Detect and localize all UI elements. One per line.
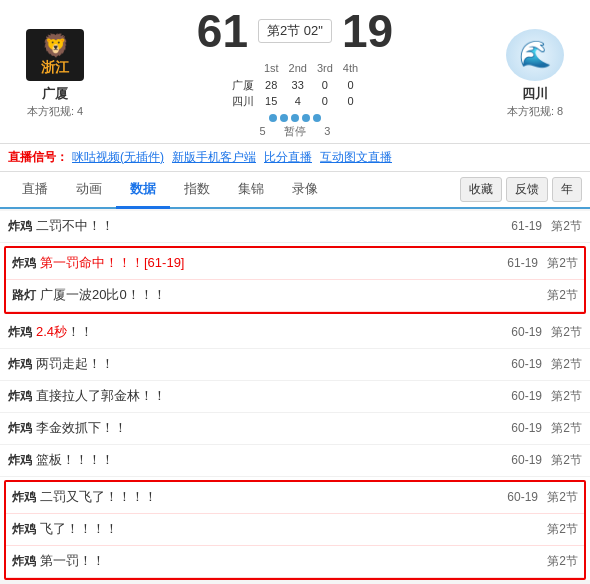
feed-row: 炸鸡二罚又飞了！！！！60-19第2节: [6, 482, 584, 514]
timeout-left-count: 5 暂停 3: [260, 124, 331, 139]
feed-text: 篮板！！！！: [36, 451, 487, 469]
guangsha-logo-image: [26, 29, 84, 81]
feed-team: 炸鸡: [12, 489, 40, 506]
feed-text: 二罚又飞了！！！！: [40, 488, 483, 506]
qh-2: 2nd: [284, 60, 312, 77]
qg-3: 0: [312, 77, 338, 94]
qs-0: 四川: [227, 93, 259, 110]
highlighted-group: 炸鸡第一罚命中！！！[61-19]61-19第2节路灯广厦一波20比0！！！第2…: [4, 246, 586, 314]
feed-score: 60-19: [487, 453, 542, 467]
qg-2: 33: [284, 77, 312, 94]
sichuan-logo-image: 🌊: [506, 29, 564, 81]
qg-4: 0: [338, 77, 363, 94]
feed-row: 炸鸡李金效抓下！！60-19第2节: [0, 413, 590, 445]
scoreboard: 广厦 本方犯规: 4 61 第2节 02" 19 1st 2nd 3rd 4th…: [0, 0, 590, 144]
quarters-header-row: 1st 2nd 3rd 4th: [227, 60, 363, 77]
feed-team: 路灯: [12, 287, 40, 304]
team-right: 🌊 四川 本方犯规: 8: [480, 27, 590, 119]
score-right: 19: [342, 8, 393, 54]
feed-row: 炸鸡直接拉人了郭金林！！60-19第2节: [0, 381, 590, 413]
team-left-foul: 本方犯规: 4: [27, 104, 83, 119]
feed-period: 第2节: [538, 287, 578, 304]
feed-period: 第2节: [542, 452, 582, 469]
team-left-name: 广厦: [42, 85, 68, 103]
favorite-button[interactable]: 收藏: [460, 177, 502, 202]
feed-score: 60-19: [483, 490, 538, 504]
feed-score: 61-19: [483, 256, 538, 270]
score-left: 61: [197, 8, 248, 54]
tab-data[interactable]: 数据: [116, 172, 170, 209]
feed-period: 第2节: [538, 521, 578, 538]
feed-team: 炸鸡: [12, 255, 40, 272]
tab-live[interactable]: 直播: [8, 172, 62, 209]
broadcast-bar: 直播信号： 咪咕视频(无插件) 新版手机客户端 比分直播 互动图文直播: [0, 144, 590, 172]
feed-team: 炸鸡: [8, 324, 36, 341]
feed-text: 第一罚命中！！！[61-19]: [40, 254, 483, 272]
dot-4: [302, 114, 310, 122]
tab-bar: 直播 动画 数据 指数 集锦 录像 收藏 反馈 年: [0, 172, 590, 209]
feed-score: 60-19: [487, 421, 542, 435]
feed-score: 60-19: [487, 325, 542, 339]
broadcast-link-migushipin[interactable]: 咪咕视频(无插件): [72, 149, 164, 166]
feed-score: 60-19: [487, 357, 542, 371]
tab-highlights[interactable]: 集锦: [224, 172, 278, 209]
dot-2: [280, 114, 288, 122]
feed-team: 炸鸡: [8, 452, 36, 469]
feed-team: 炸鸡: [12, 521, 40, 538]
tab-index[interactable]: 指数: [170, 172, 224, 209]
team-right-foul: 本方犯规: 8: [507, 104, 563, 119]
tab-replay[interactable]: 录像: [278, 172, 332, 209]
feed-period: 第2节: [542, 218, 582, 235]
feed-row: 炸鸡两罚走起！！60-19第2节: [0, 349, 590, 381]
feed-row: 炸鸡二罚不中！！61-19第2节: [0, 211, 590, 243]
broadcast-link-interactive[interactable]: 互动图文直播: [320, 149, 392, 166]
feed-row: 炸鸡第一罚！！第2节: [6, 546, 584, 578]
timeout-row: 5 暂停 3: [260, 114, 331, 139]
broadcast-link-score[interactable]: 比分直播: [264, 149, 312, 166]
feed-text: 飞了！！！！: [40, 520, 483, 538]
qs-3: 0: [312, 93, 338, 110]
feed-team: 炸鸡: [8, 356, 36, 373]
feed-team: 炸鸡: [8, 218, 36, 235]
feed-period: 第2节: [542, 420, 582, 437]
tab-actions: 收藏 反馈 年: [460, 177, 582, 202]
feed-period: 第2节: [542, 388, 582, 405]
broadcast-label: 直播信号：: [8, 149, 68, 166]
feed-period: 第2节: [538, 489, 578, 506]
timeout-left: 5 暂停 3: [260, 114, 331, 139]
dot-3: [291, 114, 299, 122]
score-center: 61 第2节 02" 19 1st 2nd 3rd 4th 广厦 28 33 0…: [110, 8, 480, 139]
feed-row: 炸鸡篮板！！！！60-19第2节: [0, 445, 590, 477]
qh-0: [227, 60, 259, 77]
feed-text: 第一罚！！: [40, 552, 483, 570]
feed-text: 广厦一波20比0！！！: [40, 286, 483, 304]
qg-0: 广厦: [227, 77, 259, 94]
qs-1: 15: [259, 93, 284, 110]
feed-score: 61-19: [487, 219, 542, 233]
feed: 炸鸡二罚不中！！61-19第2节炸鸡第一罚命中！！！[61-19]61-19第2…: [0, 211, 590, 580]
feed-text: 李金效抓下！！: [36, 419, 487, 437]
tab-animation[interactable]: 动画: [62, 172, 116, 209]
year-button[interactable]: 年: [552, 177, 582, 202]
quarters-table: 1st 2nd 3rd 4th 广厦 28 33 0 0 四川 15 4 0 0: [227, 60, 363, 110]
feed-row: 路灯广厦一波20比0！！！第2节: [6, 280, 584, 312]
dot-5: [313, 114, 321, 122]
feed-text: 两罚走起！！: [36, 355, 487, 373]
feed-team: 炸鸡: [12, 553, 40, 570]
feed-text: 直接拉人了郭金林！！: [36, 387, 487, 405]
scores-row: 61 第2节 02" 19: [197, 8, 393, 54]
period-badge: 第2节 02": [258, 19, 332, 43]
feed-period: 第2节: [542, 356, 582, 373]
feed-period: 第2节: [538, 255, 578, 272]
timeout-left-dots: [269, 114, 321, 122]
qs-4: 0: [338, 93, 363, 110]
highlighted-group: 炸鸡二罚又飞了！！！！60-19第2节炸鸡飞了！！！！第2节炸鸡第一罚！！第2节: [4, 480, 586, 580]
feedback-button[interactable]: 反馈: [506, 177, 548, 202]
sichuan-logo-emoji: 🌊: [519, 39, 551, 70]
feed-score: 60-19: [487, 389, 542, 403]
feed-row: 炸鸡飞了！！！！第2节: [6, 514, 584, 546]
broadcast-link-mobile[interactable]: 新版手机客户端: [172, 149, 256, 166]
feed-text: 二罚不中！！: [36, 217, 487, 235]
team-left-logo: [25, 27, 85, 82]
feed-team: 炸鸡: [8, 388, 36, 405]
